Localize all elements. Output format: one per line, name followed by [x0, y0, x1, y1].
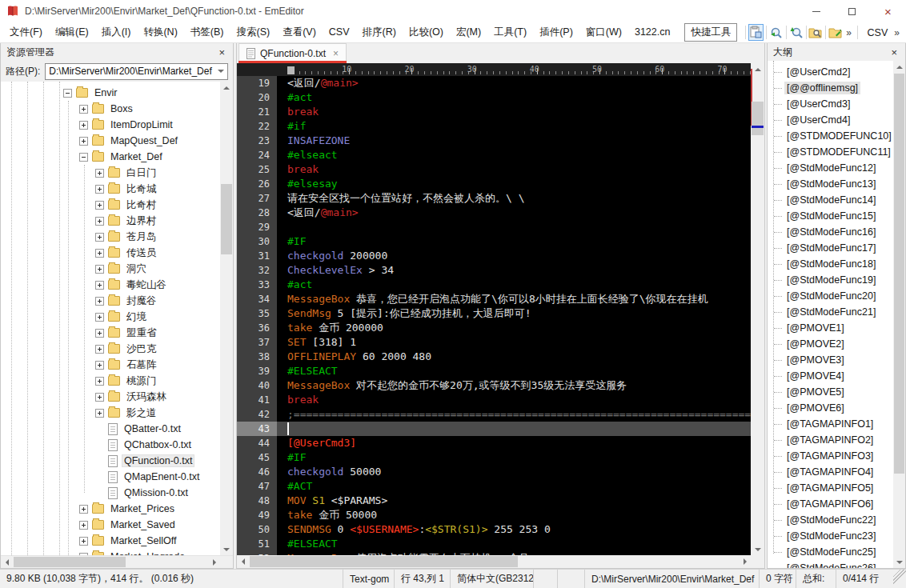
- expand-icon[interactable]: [79, 105, 88, 114]
- outline-item[interactable]: [@PMOVE6]: [768, 400, 905, 416]
- tree-row-folder[interactable]: Market_Upgrade: [1, 549, 233, 555]
- outline-vertical-scrollbar[interactable]: [893, 61, 905, 568]
- tree-row-folder[interactable]: 传送员: [1, 245, 233, 261]
- editor-line[interactable]: 29: [237, 220, 751, 234]
- scroll-down-button[interactable]: [220, 543, 233, 555]
- outline-item[interactable]: [@StdModeFunc22]: [768, 512, 905, 528]
- outline-item[interactable]: [@StdModeFunc18]: [768, 256, 905, 272]
- outline-item[interactable]: [@TAGMAPINFO2]: [768, 432, 905, 448]
- outline-item[interactable]: [@StdModeFunc26]: [768, 560, 905, 568]
- csv-overflow-chevron[interactable]: »: [891, 27, 903, 38]
- outline-item[interactable]: [@@offlinemsg]: [768, 80, 905, 96]
- expand-icon[interactable]: [95, 393, 104, 402]
- outline-item[interactable]: [@UserCmd3]: [768, 96, 905, 112]
- maximize-button[interactable]: [834, 0, 870, 22]
- outline-item[interactable]: [@PMOVE5]: [768, 384, 905, 400]
- tree-row-folder[interactable]: Envir: [1, 85, 233, 101]
- tree-row-folder[interactable]: 苍月岛: [1, 229, 233, 245]
- editor-line[interactable]: 46checkgold 50000: [237, 465, 751, 479]
- menu-item[interactable]: 搜索(S): [230, 22, 276, 42]
- editor-line[interactable]: 42;=====================================…: [237, 407, 751, 422]
- editor-line[interactable]: 34MessageBox 恭喜，您已经开启泡点功能了\你可以8小时挂在上面长经验…: [237, 292, 751, 306]
- tree-row-folder[interactable]: 毒蛇山谷: [1, 277, 233, 293]
- expand-icon[interactable]: [95, 233, 104, 242]
- paste-special-button[interactable]: [748, 24, 764, 41]
- tree-vertical-scrollbar[interactable]: [220, 82, 233, 555]
- editor-line[interactable]: 50SENDMSG 0 <$USERNAME>:<$STR(S1)> 255 2…: [237, 522, 751, 537]
- path-combobox[interactable]: D:\MirServer\Mir200\Envir\Market_Def: [45, 63, 228, 80]
- editor-line[interactable]: 32CheckLevelEx > 34: [237, 263, 751, 278]
- tree-row-folder[interactable]: 石墓阵: [1, 357, 233, 373]
- menu-item[interactable]: 排序(R): [356, 22, 403, 42]
- editor-line[interactable]: 45#IF: [237, 450, 751, 465]
- outline-item[interactable]: [@STDMODEFUNC11]: [768, 144, 905, 160]
- menu-item[interactable]: 3122.cn: [628, 22, 676, 42]
- expand-icon[interactable]: [95, 281, 104, 290]
- tree-row-folder[interactable]: Market_Prices: [1, 501, 233, 517]
- outline-item[interactable]: [@PMOVE3]: [768, 352, 905, 368]
- tree-row-folder[interactable]: 比奇村: [1, 197, 233, 213]
- editor-line[interactable]: 39#ELSEACT: [237, 364, 751, 378]
- editor-line[interactable]: 44[@UserCmd3]: [237, 436, 751, 450]
- tree-row-folder[interactable]: Market_Def: [1, 149, 233, 165]
- tree-row-folder[interactable]: 桃源门: [1, 373, 233, 389]
- outline-item[interactable]: [@TAGMAPINFO6]: [768, 496, 905, 512]
- outline-item[interactable]: [@TAGMAPINFO4]: [768, 464, 905, 480]
- collapse-icon[interactable]: [79, 153, 88, 162]
- tree-row-folder[interactable]: 幻境: [1, 309, 233, 325]
- tree-row-file[interactable]: QBatter-0.txt: [1, 421, 233, 437]
- menu-item[interactable]: 文件(F): [3, 22, 49, 42]
- outline-item[interactable]: [@StdModeFunc21]: [768, 304, 905, 320]
- editor-scrollbar-thumb[interactable]: [752, 102, 764, 135]
- editor-line[interactable]: 37SET [318] 1: [237, 335, 751, 350]
- tree-hscrollbar-thumb[interactable]: [14, 557, 126, 567]
- tree-row-folder[interactable]: 影之道: [1, 405, 233, 421]
- expand-icon[interactable]: [95, 249, 104, 258]
- tab-qfunction[interactable]: QFunction-0.txt ×: [239, 43, 347, 63]
- editor-line[interactable]: 31checkgold 200000: [237, 249, 751, 263]
- menu-item[interactable]: 窗口(W): [579, 22, 628, 42]
- editor-line[interactable]: 27请在安全区找一个位置站好，不然会被人杀的。\ \: [237, 191, 751, 206]
- editor-line[interactable]: 48MOV S1 <$PARAMS>: [237, 494, 751, 508]
- editor-line[interactable]: 47#ACT: [237, 479, 751, 494]
- tree-row-file[interactable]: QChatbox-0.txt: [1, 437, 233, 453]
- toolbar-overflow-chevron[interactable]: »: [843, 27, 855, 38]
- scroll-up-button[interactable]: [220, 82, 233, 94]
- scroll-left-button[interactable]: [237, 555, 249, 568]
- outline-item[interactable]: [@TAGMAPINFO3]: [768, 448, 905, 464]
- editor-line[interactable]: 36take 金币 200000: [237, 321, 751, 335]
- menu-item[interactable]: 查看(V): [276, 22, 323, 42]
- expand-icon[interactable]: [95, 329, 104, 338]
- status-encoding[interactable]: 简体中文(GB2312): [450, 570, 533, 588]
- editor-line[interactable]: 21break: [237, 105, 751, 119]
- expand-icon[interactable]: [95, 345, 104, 354]
- expand-icon[interactable]: [79, 537, 88, 546]
- tree-row-folder[interactable]: 边界村: [1, 213, 233, 229]
- editor-line[interactable]: 25break: [237, 162, 751, 177]
- editor-line[interactable]: 19<返回/@main>: [237, 76, 751, 90]
- editor-hscrollbar-thumb[interactable]: [250, 556, 518, 567]
- editor-line[interactable]: 38OFFLINEPLAY 60 2000 480: [237, 350, 751, 364]
- tree-row-folder[interactable]: 沃玛森林: [1, 389, 233, 405]
- tree-row-folder[interactable]: Boxs: [1, 101, 233, 117]
- expand-icon[interactable]: [79, 121, 88, 130]
- explorer-close-icon[interactable]: ×: [216, 47, 227, 58]
- outline-item[interactable]: [@StdModeFunc13]: [768, 176, 905, 192]
- expand-icon[interactable]: [95, 313, 104, 322]
- expand-icon[interactable]: [79, 521, 88, 530]
- expand-icon[interactable]: [95, 409, 104, 418]
- scroll-down-button[interactable]: [751, 543, 764, 555]
- menu-item[interactable]: CSV: [323, 22, 356, 42]
- outline-item[interactable]: [@PMOVE2]: [768, 336, 905, 352]
- expand-icon[interactable]: [79, 505, 88, 514]
- resize-grip[interactable]: [893, 570, 906, 588]
- tree-row-file[interactable]: QMission-0.txt: [1, 485, 233, 501]
- outline-item[interactable]: [@StdModeFunc17]: [768, 240, 905, 256]
- quick-tools-button[interactable]: 快捷工具: [684, 23, 737, 42]
- search-next-button[interactable]: [789, 24, 804, 41]
- editor-line[interactable]: 49take 金币 50000: [237, 508, 751, 522]
- outline-item[interactable]: [@StdModeFunc23]: [768, 528, 905, 544]
- outline-item[interactable]: [@StdModeFunc16]: [768, 224, 905, 240]
- path-dropdown-button[interactable]: [214, 64, 227, 79]
- minimize-button[interactable]: [798, 0, 834, 22]
